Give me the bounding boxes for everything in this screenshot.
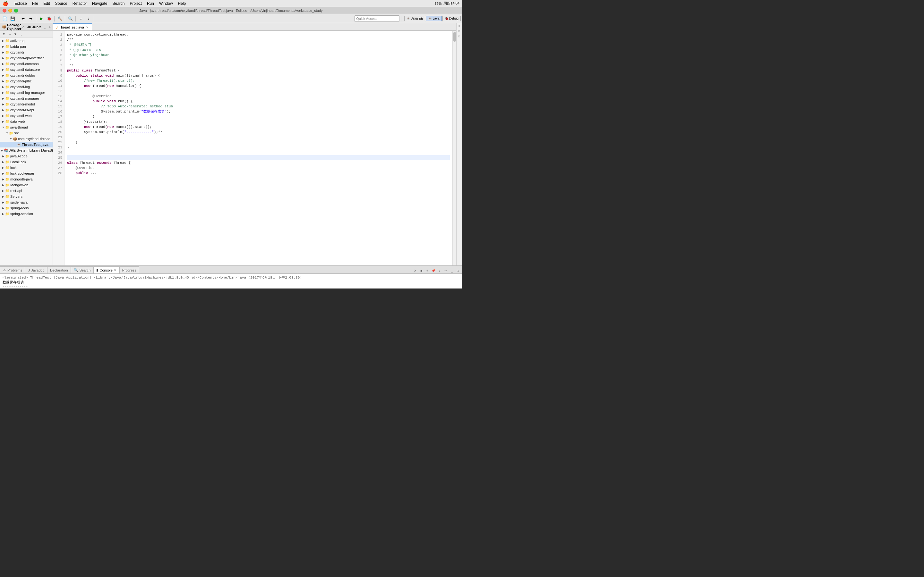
tree-more-icon[interactable]: ⋮	[19, 32, 24, 37]
toolbar-debug[interactable]: 🐞	[45, 15, 53, 22]
tree-item-lock[interactable]: ▶📁lock	[0, 165, 53, 171]
tree-item-cxytiandi-manager[interactable]: ▶📁cxytiandi-manager	[0, 95, 53, 101]
clear-console-icon[interactable]: ✕	[412, 268, 418, 274]
expand-arrow[interactable]: ▶	[1, 45, 5, 48]
tree-item-com-cxytiandi-thread[interactable]: ▼📦com.cxytiandi.thread	[0, 136, 53, 142]
tree-item-servers[interactable]: ▶📁Servers	[0, 193, 53, 199]
console-pin-icon[interactable]: 📌	[431, 268, 436, 274]
tree-item-cxytiandi-model[interactable]: ▶📁cxytiandi-model	[0, 101, 53, 107]
expand-arrow[interactable]: ▶	[1, 200, 5, 204]
quick-access-input[interactable]: Quick Access	[355, 15, 399, 22]
expand-arrow[interactable]: ▶	[1, 56, 5, 60]
tree-item-locallock[interactable]: ▶📁LocalLock	[0, 159, 53, 165]
project-tree[interactable]: ▶📁activemq▶📁baidu-pan▶📁cxytiandi▶📁cxytia…	[0, 38, 53, 266]
collapse-arrow[interactable]: ▼	[5, 131, 9, 135]
right-panel-btn1[interactable]: ≡	[457, 24, 462, 28]
expand-arrow[interactable]: ▶	[1, 102, 5, 106]
toolbar-new[interactable]: 📄	[1, 15, 8, 22]
expand-arrow[interactable]: ▶	[1, 206, 5, 210]
tree-item-cxytiandi-jdbc[interactable]: ▶📁cxytiandi-jdbc	[0, 78, 53, 84]
console-minimize[interactable]: _	[449, 268, 455, 274]
expand-arrow[interactable]: ▶	[1, 166, 5, 169]
tree-item-lock-zookeeper[interactable]: ▶📁lock-zookeeper	[0, 171, 53, 176]
tree-item-spider-java[interactable]: ▶📁spider-java	[0, 199, 53, 205]
toolbar-git2[interactable]: ↕	[85, 15, 92, 22]
console-scroll-icon[interactable]: ↓	[437, 268, 443, 274]
console-tab-close[interactable]: ✕	[114, 269, 116, 272]
tab-javadoc[interactable]: J Javadoc	[25, 266, 47, 274]
perspective-debug[interactable]: 🐞 Debug	[443, 16, 461, 21]
toolbar-next[interactable]: ➡	[27, 15, 34, 22]
tab-junit[interactable]: Ju JUnit	[27, 25, 41, 29]
expand-arrow[interactable]: ▶	[1, 79, 5, 83]
collapse-arrow[interactable]: ▼	[1, 125, 5, 129]
toolbar-search[interactable]: 🔍	[67, 15, 74, 22]
toolbar-prev[interactable]: ⬅	[19, 15, 27, 22]
menu-window[interactable]: Window	[157, 0, 176, 7]
menu-refactor[interactable]: Refactor	[70, 0, 89, 7]
expand-arrow[interactable]: ▶	[1, 91, 5, 95]
console-word-wrap-icon[interactable]: ↩	[443, 268, 449, 274]
menu-help[interactable]: Help	[176, 0, 189, 7]
tree-item-src[interactable]: ▼📁src	[0, 130, 53, 136]
expand-arrow[interactable]: ▶	[1, 62, 5, 66]
expand-arrow[interactable]: ▶	[1, 114, 5, 118]
expand-arrow[interactable]: ▶	[1, 183, 5, 187]
toolbar-save[interactable]: 💾	[9, 15, 16, 22]
code-area[interactable]: 1234567891011121314151617181920212223242…	[53, 31, 456, 266]
toolbar-build[interactable]: 🔨	[56, 15, 63, 22]
tree-item-baidu-pan[interactable]: ▶📁baidu-pan	[0, 44, 53, 49]
expand-arrow[interactable]: ▶	[1, 97, 5, 100]
tree-item-cxytiandi-rs-api[interactable]: ▶📁cxytiandi-rs-api	[0, 107, 53, 113]
menu-project[interactable]: Project	[128, 0, 144, 7]
right-panel-btn2[interactable]: ⊞	[457, 29, 462, 33]
tab-declaration[interactable]: Declaration	[47, 266, 71, 274]
expand-arrow[interactable]: ▶	[1, 154, 5, 158]
expand-arrow[interactable]: ▶	[1, 160, 5, 164]
expand-arrow[interactable]: ▶	[1, 50, 5, 54]
tab-problems[interactable]: ⚠ Problems	[0, 266, 25, 274]
tree-item-activemq[interactable]: ▶📁activemq	[0, 38, 53, 44]
toolbar-git[interactable]: ↕	[78, 15, 84, 22]
stop-icon[interactable]: ■	[418, 268, 424, 274]
view-menu-icon[interactable]: ▼	[13, 32, 18, 37]
perspective-javaee[interactable]: ☕ Java EE	[404, 16, 425, 21]
menu-file[interactable]: File	[29, 0, 41, 7]
editor-tab-threadtest[interactable]: J ThreadTest.java ✕	[53, 23, 92, 31]
tree-item-cxytiandi-log-manager[interactable]: ▶📁cxytiandi-log-manager	[0, 90, 53, 95]
tree-item-java8-code[interactable]: ▶📁java8-code	[0, 153, 53, 159]
tree-item-cxytiandi-common[interactable]: ▶📁cxytiandi-common	[0, 61, 53, 67]
apple-menu[interactable]: 🍎	[3, 1, 8, 6]
right-panel-btn3[interactable]: ⊡	[457, 34, 462, 39]
tree-item-jre-system-library--javase-1-8-[interactable]: ▶📚JRE System Library [JavaSE-1.8]	[0, 147, 53, 153]
minimize-button[interactable]	[8, 9, 12, 13]
expand-arrow[interactable]: ▶	[1, 177, 5, 181]
tree-item-cxytiandi-web[interactable]: ▶📁cxytiandi-web	[0, 113, 53, 119]
expand-arrow[interactable]: ▶	[0, 148, 4, 152]
editor-scrollbar[interactable]	[452, 31, 456, 266]
perspective-java[interactable]: ☕ Java	[426, 16, 441, 21]
menu-run[interactable]: Run	[144, 0, 157, 7]
console-new-icon[interactable]: +	[425, 268, 430, 274]
link-editor-icon[interactable]: ↔	[7, 32, 12, 37]
tree-item-spring-session[interactable]: ▶📁spring-session	[0, 211, 53, 217]
menu-search[interactable]: Search	[110, 0, 127, 7]
tree-item-java-thread[interactable]: ▼📁java-thread	[0, 124, 53, 130]
code-editor[interactable]: package com.cxytiandi.thread;/** * 多线程入门…	[65, 31, 452, 266]
tree-item-mongodb-java[interactable]: ▶📁mongodb-java	[0, 176, 53, 182]
editor-tab-close[interactable]: ✕	[86, 25, 89, 29]
tree-item-threadtest-java[interactable]: ☕ThreadTest.java	[0, 142, 53, 147]
expand-arrow[interactable]: ▶	[1, 73, 5, 77]
tree-item-spring-redis[interactable]: ▶📁spring-redis	[0, 205, 53, 211]
menu-navigate[interactable]: Navigate	[89, 0, 110, 7]
console-maximize[interactable]: □	[455, 268, 461, 274]
collapse-arrow[interactable]: ▼	[9, 137, 13, 141]
tree-item-data-web[interactable]: ▶📁data-web	[0, 119, 53, 124]
expand-arrow[interactable]: ▶	[1, 85, 5, 89]
tree-item-cxytiandi-dubbo[interactable]: ▶📁cxytiandi-dubbo	[0, 73, 53, 78]
tree-item-cxytiandi[interactable]: ▶📁cxytiandi	[0, 49, 53, 55]
expand-arrow[interactable]: ▶	[1, 189, 5, 193]
menu-source[interactable]: Source	[53, 0, 70, 7]
tab-package-explorer[interactable]: 📦 Package Explorer ✕	[2, 23, 25, 31]
tab-search[interactable]: 🔍 Search	[71, 266, 94, 274]
